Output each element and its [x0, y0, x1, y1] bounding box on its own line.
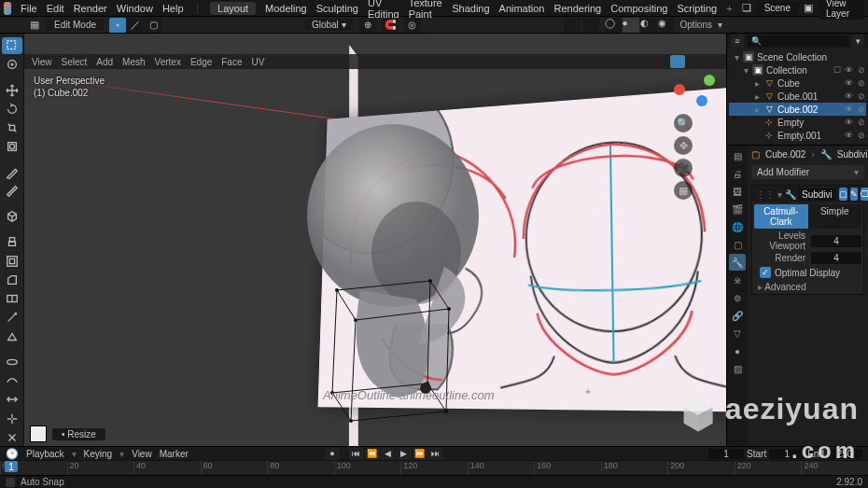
jump-end-icon[interactable]: ⏭ [428, 448, 443, 460]
tool-transform[interactable] [2, 138, 22, 155]
tree-item-cube002[interactable]: ▸▽ Cube.002 👁⊘ [729, 103, 866, 116]
tool-loopcut[interactable] [2, 290, 22, 307]
shading-solid-icon[interactable]: ● [623, 18, 639, 33]
tool-measure[interactable] [2, 183, 22, 200]
shading-rendered-icon[interactable]: ◉ [658, 18, 675, 33]
ptab-object-icon[interactable]: ▢ [729, 236, 746, 253]
subdiv-algorithm[interactable]: Catmull-Clark Simple [754, 204, 861, 229]
workspace-texpaint[interactable]: Texture Paint [409, 0, 443, 20]
tool-select-box[interactable] [2, 37, 22, 54]
add-modifier-dropdown[interactable]: Add Modifier▾ [751, 165, 864, 179]
vp-menu-vertex[interactable]: Vertex [155, 57, 181, 67]
tool-spin[interactable] [2, 354, 22, 370]
tl-menu-marker[interactable]: Marker [160, 449, 189, 459]
tool-polybuild[interactable] [2, 328, 22, 344]
timeline-type-icon[interactable]: 🕑 [6, 447, 19, 460]
outliner-filter-icon[interactable]: ▾ [851, 35, 864, 48]
view-layer-name[interactable]: View Layer [819, 0, 864, 20]
tree-scene-collection[interactable]: ▾▣ Scene Collection [729, 50, 866, 63]
ptab-particles-icon[interactable]: ※ [729, 272, 746, 288]
vp-menu-uv[interactable]: UV [252, 57, 265, 67]
vp-menu-edge[interactable]: Edge [190, 57, 212, 67]
workspace-layout[interactable]: Layout [210, 2, 256, 15]
ptab-view-icon[interactable]: 🖼 [729, 183, 746, 200]
vp-menu-view[interactable]: View [32, 57, 52, 67]
vp-menu-add[interactable]: Add [96, 57, 113, 67]
vp-menu-face[interactable]: Face [221, 57, 242, 67]
play-icon[interactable]: ▶ [397, 448, 412, 460]
tool-move[interactable] [2, 81, 22, 98]
zoom-icon[interactable]: 🔍 [674, 114, 693, 132]
gizmo-toggle[interactable] [670, 55, 685, 68]
scene-name[interactable]: Scene [757, 2, 798, 14]
tool-cursor[interactable] [2, 56, 22, 73]
jump-start-icon[interactable]: ⏮ [349, 448, 364, 460]
tool-extrude[interactable] [2, 233, 22, 250]
ptab-output-icon[interactable]: 🖨 [729, 165, 746, 182]
workspace-sculpting[interactable]: Sculpting [316, 3, 358, 14]
mod-on-cage-icon[interactable]: ▢ [839, 188, 847, 201]
tool-rotate[interactable] [2, 101, 22, 118]
xray-toggle[interactable] [582, 18, 599, 33]
tree-item-empty001[interactable]: ⊹ Empty.001 👁⊘ [729, 129, 866, 142]
last-color-swatch[interactable] [30, 425, 47, 442]
options-dropdown[interactable]: Options [680, 20, 712, 30]
modifier-name-input[interactable] [799, 188, 836, 201]
timeline-cursor[interactable]: 1 [4, 461, 18, 472]
select-mode-vertex[interactable]: ▪ [109, 18, 126, 33]
ortho-icon[interactable]: ▦ [674, 181, 693, 200]
tool-add-cube[interactable] [2, 208, 22, 225]
axis-y-icon[interactable] [704, 75, 715, 86]
tree-item-empty[interactable]: ⊹ Empty 👁⊘ [729, 116, 866, 129]
keyframe-prev-icon[interactable]: ⏪ [365, 448, 380, 460]
editor-type-icon[interactable]: ▦ [28, 19, 41, 32]
tree-item-cube[interactable]: ▸▽ Cube 👁⊘ [729, 77, 866, 90]
tool-rip[interactable] [2, 429, 22, 446]
timeline-ruler[interactable]: 020406080100120140160180200220240 1 [0, 460, 868, 475]
workspace-script[interactable]: Scripting [677, 3, 717, 14]
tool-bevel[interactable] [2, 272, 22, 288]
tl-menu-view[interactable]: View [132, 449, 152, 459]
optimal-display-check[interactable]: ✓ Optimal Display [760, 267, 861, 278]
play-reverse-icon[interactable]: ◀ [381, 448, 396, 460]
select-mode-face[interactable]: ▢ [145, 18, 161, 33]
ptab-physics-icon[interactable]: ⊚ [729, 289, 746, 306]
ptab-constraints-icon[interactable]: 🔗 [729, 307, 746, 324]
disable-icon[interactable]: ⊘ [856, 65, 866, 75]
tool-smooth[interactable] [2, 372, 22, 389]
autokey-icon[interactable]: ● [325, 448, 340, 460]
ptab-material-icon[interactable]: ● [729, 342, 746, 359]
orientation-dropdown[interactable]: Global ▾ [304, 19, 354, 31]
snap-icon[interactable]: 🧲 [382, 18, 399, 33]
tree-item-cube001[interactable]: ▸▽ Cube.001 👁⊘ [729, 90, 866, 103]
xray-btn[interactable] [704, 55, 719, 68]
ptab-texture-icon[interactable]: ▨ [729, 360, 746, 377]
ptab-world-icon[interactable]: 🌐 [729, 218, 746, 235]
tool-scale[interactable] [2, 119, 22, 136]
mod-edit-icon[interactable]: ✎ [850, 188, 858, 201]
shading-matprev-icon[interactable]: ◐ [640, 18, 657, 33]
ptab-render-icon[interactable]: ▤ [729, 147, 746, 164]
hide-icon[interactable]: 👁 [844, 65, 854, 75]
tree-collection[interactable]: ▾▣ Collection ☐👁⊘ [729, 63, 866, 77]
current-frame[interactable]: 1 [708, 449, 744, 459]
shading-wire-icon[interactable]: ◯ [605, 18, 622, 33]
menu-window[interactable]: Window [117, 3, 153, 14]
operator-hint[interactable]: Resize [52, 428, 105, 440]
mod-realtime-icon[interactable]: 🖵 [861, 188, 868, 201]
levels-viewport-value[interactable]: 4 [811, 235, 861, 247]
tool-knife[interactable] [2, 309, 22, 326]
nav-gizmo[interactable]: 🔍 ✥ 🎥 ▦ [674, 69, 721, 162]
mode-dropdown[interactable]: Edit Mode [47, 19, 104, 31]
levels-render-value[interactable]: 4 [811, 252, 861, 264]
keyframe-next-icon[interactable]: ⏩ [413, 448, 427, 460]
pan-icon[interactable]: ✥ [674, 136, 693, 155]
tool-shrink[interactable] [2, 410, 22, 426]
menu-render[interactable]: Render [74, 3, 107, 14]
select-mode-edge[interactable]: ／ [127, 18, 144, 33]
tl-menu-playback[interactable]: Playback [26, 449, 64, 459]
ptab-mesh-icon[interactable]: ▽ [729, 325, 746, 342]
tool-slide[interactable] [2, 391, 22, 408]
axis-z-icon[interactable] [696, 95, 707, 106]
outliner-search[interactable]: 🔍 [748, 35, 847, 47]
